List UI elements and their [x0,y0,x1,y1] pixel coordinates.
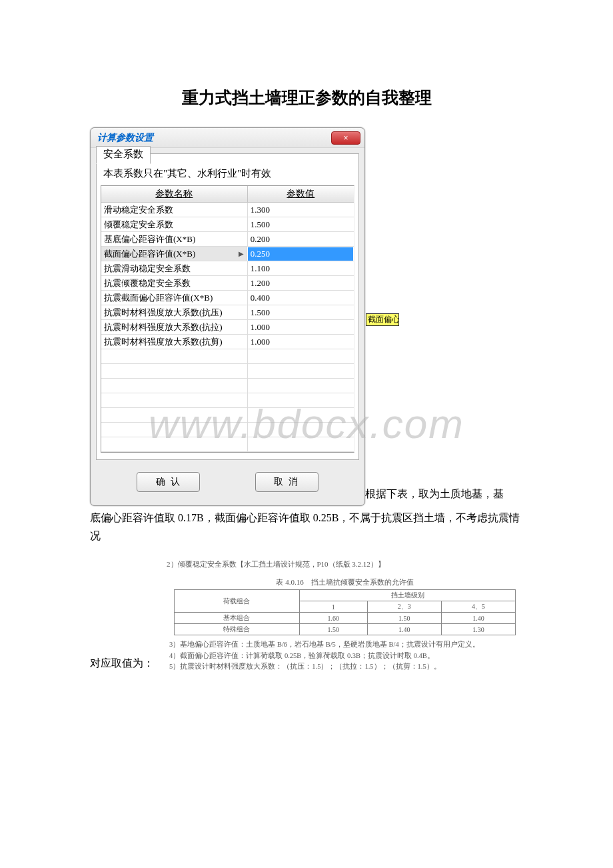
table-row[interactable]: 倾覆稳定安全系数1.500 [101,217,354,232]
spec-table: 荷载组合 挡土墙级别 12、34、5 基本组合1.601.501.40特殊组合1… [174,589,516,635]
spec-th-loadcomb: 荷载组合 [174,590,299,613]
spec-row-label: 基本组合 [174,613,299,624]
param-name-cell [101,379,248,393]
param-name-cell [101,437,248,451]
param-name-cell [101,364,248,378]
table-row[interactable]: 基底偏心距容许值(X*B)0.200 [101,232,354,247]
table-row-empty [101,437,354,452]
spec-row: 基本组合1.601.501.40 [174,613,516,624]
spec-cell: 1.50 [367,613,441,624]
param-name-cell: 基底偏心距容许值(X*B) [101,232,248,246]
table-row-empty [101,349,354,364]
spec-col-header: 2、3 [367,601,441,613]
param-name-cell [101,349,248,363]
param-value-cell[interactable]: 1.500 [248,305,354,319]
spec-cell: 1.50 [299,624,367,635]
spec-note-3: 3）基地偏心距容许值：土质地基 B/6，岩石地基 B/5，坚硬岩质地基 B/4；… [169,639,523,650]
spec-note-4: 4）截面偏心距容许值：计算荷载取 0.25B，验算荷载取 0.3B；抗震设计时取… [169,651,523,661]
table-row-empty [101,423,354,437]
param-value-cell[interactable]: 1.300 [248,203,354,217]
param-value-cell [248,393,354,407]
param-value-cell [248,379,354,393]
param-name-cell [101,423,248,437]
table-row-empty [101,408,354,423]
table-row[interactable]: 抗震时材料强度放大系数(抗压)1.500 [101,305,354,320]
param-name-cell: 抗震时材料强度放大系数(抗压) [101,305,248,319]
param-name-cell [101,408,248,422]
param-name-cell: 抗震滑动稳定安全系数 [101,261,248,275]
dialog-title-text: 计算参数设置 [97,132,153,144]
table-row[interactable]: 抗震倾覆稳定安全系数1.200 [101,276,354,291]
parameter-grid: 参数名称 参数值 滑动稳定安全系数1.300倾覆稳定安全系数1.500基底偏心距… [101,185,354,453]
param-value-cell[interactable]: 0.200 [248,232,354,246]
yellow-tooltip: 截面偏心距 [366,313,399,326]
spec-row-label: 特殊组合 [174,624,299,635]
title-bar: 计算参数设置 × [91,128,364,148]
table-row[interactable]: 滑动稳定安全系数1.300 [101,203,354,217]
note-line: 本表系数只在"其它、水利行业"时有效 [103,167,353,180]
table-row[interactable]: 截面偏心距容许值(X*B)▶0.250 [101,247,354,261]
bottom-label: 对应取值为： [90,654,167,672]
spec-table-title: 表 4.0.16 挡土墙抗倾覆安全系数的允许值 [167,577,523,587]
table-row[interactable]: 抗震时材料强度放大系数(抗拉)1.000 [101,320,354,335]
table-row[interactable]: 抗震截面偏心距容许值(X*B)0.400 [101,291,354,305]
param-name-cell: 滑动稳定安全系数 [101,203,248,217]
param-value-cell[interactable]: 1.000 [248,335,354,349]
param-value-cell[interactable]: 0.250 [248,247,353,261]
param-value-cell [248,364,354,378]
param-name-cell: 抗震截面偏心距容许值(X*B) [101,291,248,305]
table-row-empty [101,364,354,379]
spec-excerpt: 2）倾覆稳定安全系数【水工挡土墙设计规范，P10（纸版 3.2.12）】 表 4… [167,559,523,672]
page-title: 重力式挡土墙理正参数的自我整理 [90,87,523,109]
spec-cell: 1.40 [367,624,441,635]
param-name-cell: 截面偏心距容许值(X*B)▶ [101,247,247,261]
param-value-cell[interactable]: 1.100 [248,261,354,275]
table-row-empty [101,379,354,393]
spec-cell: 1.60 [299,613,367,624]
param-name-cell: 抗震时材料强度放大系数(抗拉) [101,320,248,334]
tab-panel: 安全系数 本表系数只在"其它、水利行业"时有效 参数名称 参数值 滑动稳定安全系… [96,153,359,460]
table-row-empty [101,393,354,408]
spec-th-level: 挡土墙级别 [299,590,515,601]
param-value-cell[interactable]: 0.400 [248,291,354,305]
tab-safety-factor[interactable]: 安全系数 [96,146,151,164]
side-paragraph-prefix: 根据下表，取为土质地基，基 [365,483,504,506]
spec-cell: 1.40 [441,613,515,624]
spec-note-5: 5）抗震设计时材料强度放大系数：（抗压：1.5）；（抗拉：1.5）；（抗剪：1.… [169,661,523,672]
param-value-cell [248,423,354,437]
table-row[interactable]: 抗震时材料强度放大系数(抗剪)1.000 [101,335,354,349]
header-param-value: 参数值 [248,186,354,202]
param-name-cell [101,393,248,407]
table-row[interactable]: 抗震滑动稳定安全系数1.100 [101,261,354,276]
param-name-cell: 抗震倾覆稳定安全系数 [101,276,248,290]
spec-row: 特殊组合1.501.401.30 [174,624,516,635]
spec-cell: 1.30 [441,624,515,635]
param-value-cell[interactable]: 1.000 [248,320,354,334]
close-button[interactable]: × [331,131,360,145]
header-param-name: 参数名称 [101,186,248,202]
param-value-cell [248,349,354,363]
row-indicator-icon: ▶ [239,247,244,261]
cancel-button[interactable]: 取消 [255,472,318,492]
grid-header: 参数名称 参数值 [101,186,354,203]
param-value-cell[interactable]: 1.500 [248,217,354,231]
dialog-window: 计算参数设置 × 安全系数 本表系数只在"其它、水利行业"时有效 参数名称 参数… [90,127,365,506]
param-value-cell [248,408,354,422]
spec-col-header: 4、5 [441,601,515,613]
param-value-cell [248,437,354,451]
param-value-cell[interactable]: 1.200 [248,276,354,290]
body-paragraph: 底偏心距容许值取 0.17B，截面偏心距容许值取 0.25B，不属于抗震区挡土墙… [90,509,523,545]
ok-button[interactable]: 确认 [137,472,200,492]
param-name-cell: 倾覆稳定安全系数 [101,217,248,231]
param-name-cell: 抗震时材料强度放大系数(抗剪) [101,335,248,349]
spec-caption-2: 2）倾覆稳定安全系数【水工挡土墙设计规范，P10（纸版 3.2.12）】 [167,559,523,569]
spec-col-header: 1 [299,601,367,613]
